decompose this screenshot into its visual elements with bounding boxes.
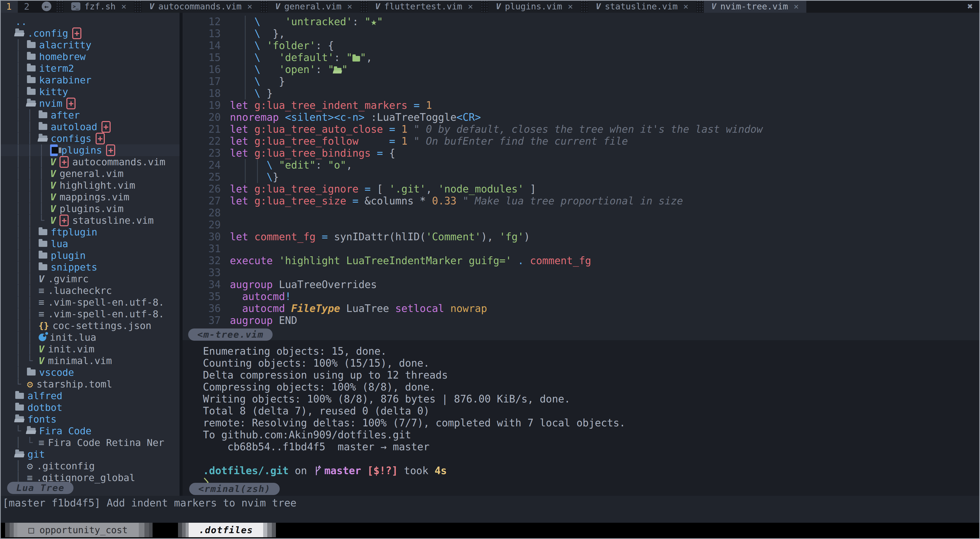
tree-item-alacritty[interactable]: │ alacritty	[0, 39, 180, 51]
text-file-icon: ≡	[39, 308, 45, 320]
new-file-badge-icon: +	[102, 121, 111, 133]
tree-item-plugin[interactable]: │ │ plugin	[0, 250, 180, 261]
tree-item-git[interactable]: git	[0, 448, 180, 460]
tab-statusline.vim[interactable]: Vstatusline.vim×	[588, 0, 696, 13]
tmux-pane-indicator-2[interactable]: 2	[18, 0, 36, 13]
line-number: 14	[193, 40, 221, 51]
tree-item-plugins[interactable]: │ │ │ plugins+	[0, 145, 180, 156]
tree-item-.vim-spell-en.utf-8.[interactable]: │ │ ≡.vim-spell-en.utf-8.	[0, 308, 180, 320]
tree-indent-guides: │ │	[15, 273, 39, 285]
code-line: 25 │ │ \}	[183, 170, 980, 182]
close-all-icon[interactable]: ✖	[967, 1, 973, 11]
line-number: 20	[193, 111, 221, 122]
tree-item-configs[interactable]: │ │ configs+	[0, 133, 180, 145]
tree-item-highlight.vim[interactable]: │ │ │ Vhighlight.vim	[0, 180, 180, 191]
tab-separator-dots	[260, 0, 268, 13]
tree-item-.config[interactable]: .config+	[0, 27, 180, 39]
tree-item-init.lua[interactable]: │ │ init.lua	[0, 332, 180, 343]
tree-item-autocommands.vim[interactable]: │ │ │ V+autocommands.vim	[0, 156, 180, 168]
tab-separator-dots	[56, 0, 64, 13]
tmux-window-opportunity-cost[interactable]: □ opportunity_cost	[5, 523, 153, 537]
tab-close-icon[interactable]: ×	[347, 1, 352, 11]
tree-item-general.vim[interactable]: │ │ │ Vgeneral.vim	[0, 168, 180, 180]
tree-item-vscode[interactable]: │ vscode	[0, 367, 180, 378]
terminal-icon: >_	[71, 2, 80, 10]
tab-plugins.vim[interactable]: Vplugins.vim×	[488, 0, 581, 13]
tab-label: plugins.vim	[505, 1, 562, 11]
tree-window-pill: Lua Tree	[7, 482, 73, 494]
tab-general.vim[interactable]: Vgeneral.vim×	[268, 0, 360, 13]
code-token: comment_fg	[530, 255, 591, 266]
code-token: " On bufEnter find the current file	[414, 135, 628, 147]
code-line: 28	[183, 206, 980, 218]
tree-item-nvim[interactable]: │ nvim+	[0, 98, 180, 109]
tree-item-snippets[interactable]: │ │ snippets	[0, 261, 180, 273]
pane-divider[interactable]	[180, 13, 183, 496]
tree-item-lua[interactable]: │ │ lua	[0, 238, 180, 250]
tree-item-kitty[interactable]: │ kitty	[0, 86, 180, 98]
vim-file-icon: V	[39, 273, 45, 285]
tmux-pane-indicator-1[interactable]: 1	[0, 0, 18, 13]
tab-label: general.vim	[284, 1, 342, 11]
tab-autocommands.vim[interactable]: Vautocommands.vim×	[142, 0, 260, 13]
tree-item-alfred[interactable]: alfred	[0, 390, 180, 402]
tree-item-dotbot[interactable]: dotbot	[0, 402, 180, 413]
code-text: │ \ 'default': "",	[230, 52, 372, 62]
tab-nvim-tree.vim[interactable]: Vnvim-tree.vim×	[704, 0, 807, 13]
tab-close-icon[interactable]: ×	[247, 1, 252, 11]
code-text: let g:lua_tree_size = &columns * 0.33 " …	[230, 195, 683, 206]
code-token: <silent><c-n>	[285, 111, 364, 123]
tree-item-fonts[interactable]: fonts	[0, 413, 180, 425]
folder-icon	[27, 369, 36, 375]
tree-item-homebrew[interactable]: │ homebrew	[0, 51, 180, 62]
tab-close-icon[interactable]: ×	[794, 1, 799, 11]
tree-item-plugins.vim[interactable]: │ │ │ Vplugins.vim	[0, 203, 180, 215]
tree-item-minimal.vim[interactable]: │ └ Vminimal.vim	[0, 355, 180, 367]
tree-item-.gvimrc[interactable]: │ │ V.gvimrc	[0, 273, 180, 285]
folder-icon	[39, 229, 47, 235]
tree-item-iterm2[interactable]: │ iterm2	[0, 62, 180, 74]
tree-indent-guides: │ └	[15, 355, 39, 367]
tab-close-icon[interactable]: ×	[121, 1, 126, 11]
back-arrow-icon[interactable]: ←	[42, 2, 51, 11]
tmux-window-dotfiles[interactable]: .dotfiles	[178, 523, 276, 537]
code-token	[230, 302, 242, 314]
editor-pane[interactable]: 12 │ \ 'untracked': "★"13 │ \ },14 │ \ '…	[183, 13, 980, 340]
tree-item-Fira-Code[interactable]: └ Fira Code	[0, 425, 180, 437]
code-token: 0.33	[432, 195, 457, 207]
tree-item-label: coc-settings.json	[52, 320, 151, 332]
tree-item-starship.toml[interactable]: └ ⚙starship.toml	[0, 378, 180, 390]
tree-item-init.vim[interactable]: │ │ Vinit.vim	[0, 343, 180, 355]
tree-indent-guides: │ │	[15, 343, 39, 355]
tree-item-.vim-spell-en.utf-8.[interactable]: │ │ ≡.vim-spell-en.utf-8.	[0, 296, 180, 308]
terminal-pane[interactable]: Enumerating objects: 15, done.Counting o…	[183, 340, 980, 496]
window-flag-icon: □	[29, 525, 40, 535]
tree-item-.gitconfig[interactable]: │ ⚙.gitconfig	[0, 460, 180, 472]
tree-item-after[interactable]: │ │ after	[0, 109, 180, 121]
prompt-token: took	[398, 465, 434, 477]
tree-item-coc-settings.json[interactable]: │ │ {}coc-settings.json	[0, 320, 180, 332]
code-line: 23let g:lua_tree_bindings = {	[183, 146, 980, 158]
code-text: │ │ \ "edit": "o",	[230, 159, 352, 170]
tree-item-autoload[interactable]: │ │ autoload+	[0, 121, 180, 133]
tree-item-statusline.vim[interactable]: │ │ └ V+statusline.vim	[0, 215, 180, 226]
tab-close-icon[interactable]: ×	[568, 1, 573, 11]
tree-item-.luacheckrc[interactable]: │ │ ≡.luacheckrc	[0, 285, 180, 296]
tree-item-ftplugin[interactable]: │ │ ftplugin	[0, 226, 180, 238]
code-token: nowrap	[450, 302, 487, 314]
tab-close-icon[interactable]: ×	[683, 1, 688, 11]
tab-close-icon[interactable]: ×	[468, 1, 473, 11]
terminal-line: Counting objects: 100% (15/15), done.	[203, 357, 980, 369]
tab-fluttertest.vim[interactable]: Vfluttertest.vim×	[368, 0, 481, 13]
tree-item-karabiner[interactable]: │ karabiner	[0, 74, 180, 86]
line-number: 26	[193, 183, 221, 194]
code-line: 33	[183, 266, 980, 278]
code-token: 1	[401, 123, 407, 135]
tab-fzf.sh[interactable]: >_fzf.sh×	[64, 0, 134, 13]
tree-item-..[interactable]: ..	[0, 16, 180, 27]
line-number: 24	[193, 159, 221, 170]
tree-item-Fira-Code-Retina-Ner[interactable]: │ └ ≡Fira Code Retina Ner	[0, 437, 180, 448]
tree-item-mappings.vim[interactable]: │ │ │ Vmappings.vim	[0, 191, 180, 203]
code-token: {	[383, 147, 395, 159]
terminal-prompt-line: .dotfiles/.git on master [$!?] took 4s	[203, 465, 980, 477]
